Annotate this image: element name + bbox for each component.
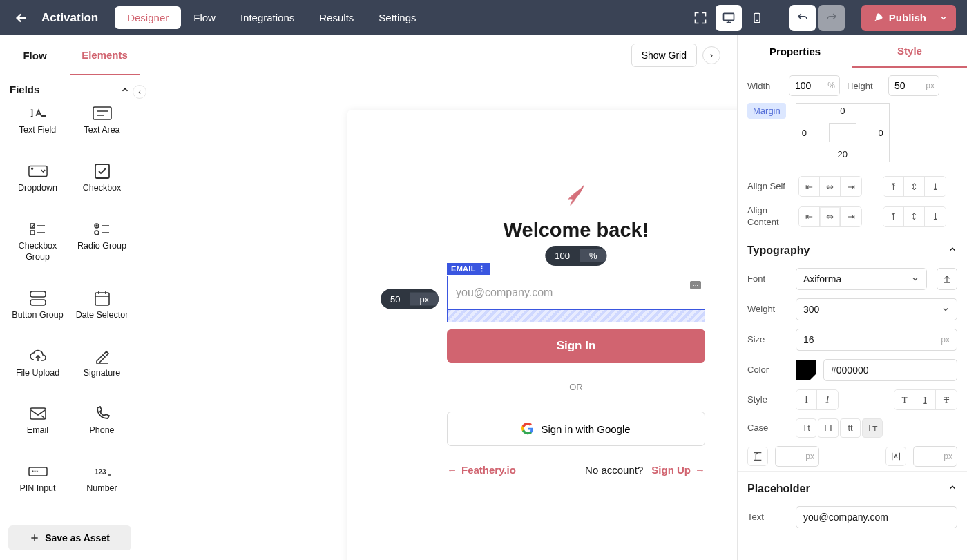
logo-icon [566, 179, 586, 206]
publish-button[interactable]: Publish [861, 5, 956, 31]
left-tab-flow[interactable]: Flow [0, 35, 70, 75]
collapse-left-icon[interactable]: ‹ [133, 85, 146, 99]
width-input[interactable]: % [789, 75, 840, 96]
rocket-icon [872, 12, 883, 23]
field-signature[interactable]: Signature [70, 349, 134, 395]
align-content-label: Align Content [747, 205, 792, 229]
google-signin-button[interactable]: Sign in with Google [447, 412, 705, 446]
font-style-group[interactable]: II [796, 389, 839, 410]
left-tab-elements[interactable]: Elements [70, 35, 140, 75]
width-label: Width [747, 81, 782, 91]
email-input[interactable]: you@company.com ⋯ [447, 276, 705, 310]
selected-element-badge: EMAIL ⋮ [447, 263, 490, 275]
text-case-group[interactable]: TtTTttTᴛ [796, 418, 883, 438]
height-input[interactable]: px [888, 75, 939, 96]
width-pill: 100% [545, 246, 606, 266]
field-radio-group[interactable]: Radio Group [70, 222, 134, 279]
svg-point-11 [96, 225, 97, 226]
chevron-up-icon[interactable] [948, 244, 957, 257]
field-file-upload[interactable]: File Upload [6, 349, 70, 395]
placeholder-title: Placeholder [747, 483, 810, 495]
page-title: Activation [41, 11, 98, 25]
margin-label[interactable]: Margin [747, 103, 786, 119]
align-self-vertical[interactable]: ⤒⇕⤓ [883, 176, 946, 197]
drag-handle-icon[interactable]: ⋯ [690, 281, 701, 289]
device-desktop[interactable] [716, 5, 742, 31]
svg-rect-15 [95, 293, 109, 305]
right-tab-properties[interactable]: Properties [738, 35, 852, 68]
undo-button[interactable] [789, 5, 816, 31]
field-button-group[interactable]: Button Group [6, 291, 70, 337]
font-select[interactable]: Axiforma [796, 268, 927, 290]
form-title: Welcome back! [504, 219, 649, 242]
placeholder-text-input[interactable]: you@company.com [796, 506, 957, 528]
upload-font-button[interactable] [937, 268, 957, 290]
svg-text:***: *** [32, 469, 38, 475]
tab-settings[interactable]: Settings [366, 6, 428, 29]
show-grid-button[interactable]: Show Grid [631, 44, 697, 67]
svg-point-12 [95, 231, 99, 235]
height-pill: 50px [381, 289, 439, 309]
canvas-frame[interactable]: Welcome back! 100% Email 50px EMAIL ⋮ yo… [347, 110, 737, 560]
line-height-input[interactable]: px [775, 446, 819, 467]
device-mobile[interactable] [744, 5, 770, 31]
canvas-next-icon[interactable]: › [702, 46, 720, 64]
sign-up-link[interactable]: Sign Up → [651, 464, 705, 476]
svg-text:123: 123 [95, 468, 106, 476]
svg-rect-9 [30, 231, 35, 235]
typography-title: Typography [747, 244, 810, 257]
or-divider: OR [447, 382, 705, 392]
align-content-vertical[interactable]: ⤒⇕⤓ [883, 206, 946, 227]
letter-spacing-icon[interactable] [885, 447, 906, 466]
align-self-horizontal[interactable]: ⇤⇔⇥ [798, 176, 862, 197]
google-icon [521, 423, 534, 435]
svg-rect-3 [41, 115, 46, 117]
tab-integrations[interactable]: Integrations [228, 6, 307, 29]
no-account-text: No account? [585, 464, 643, 476]
chevron-up-icon[interactable] [120, 85, 130, 95]
color-input[interactable]: #000000 [823, 359, 957, 381]
letter-spacing-input[interactable]: px [913, 446, 957, 467]
svg-rect-14 [30, 300, 46, 305]
line-height-icon[interactable] [747, 447, 768, 466]
svg-rect-13 [30, 291, 46, 297]
field-pin-input[interactable]: ***PIN Input [6, 465, 70, 510]
field-email[interactable]: Email [6, 407, 70, 452]
svg-point-6 [31, 168, 32, 169]
svg-point-2 [756, 20, 757, 21]
field-number[interactable]: 123Number [70, 465, 134, 510]
weight-select[interactable]: 300 [796, 298, 957, 320]
color-swatch[interactable] [796, 360, 816, 380]
svg-rect-4 [93, 107, 111, 119]
field-phone[interactable]: Phone [70, 407, 134, 452]
tab-flow[interactable]: Flow [181, 6, 228, 29]
svg-rect-0 [723, 13, 734, 20]
field-checkbox[interactable]: Checkbox [70, 164, 134, 210]
redo-button[interactable] [818, 5, 845, 31]
chevron-up-icon[interactable] [948, 483, 957, 495]
right-tab-style[interactable]: Style [852, 35, 967, 68]
field-text-field[interactable]: Text Field [6, 106, 70, 152]
device-fullscreen[interactable] [687, 5, 714, 31]
tab-results[interactable]: Results [307, 6, 366, 29]
save-as-asset-button[interactable]: Save as Asset [8, 525, 131, 550]
align-self-label: Align Self [747, 181, 792, 193]
text-decoration-group[interactable]: TIT [894, 389, 957, 410]
field-text-area[interactable]: Text Area [70, 106, 134, 152]
back-button[interactable] [11, 8, 32, 28]
field-date-selector[interactable]: Date Selector [70, 291, 134, 337]
align-content-horizontal[interactable]: ⇤⇔⇥ [798, 206, 862, 227]
plus-icon [30, 533, 39, 543]
height-label: Height [847, 81, 881, 91]
fields-section-title: Fields [10, 84, 39, 95]
field-dropdown[interactable]: Dropdown [6, 164, 70, 210]
margin-box-model[interactable]: 0 20 0 0 [796, 103, 890, 162]
tab-designer[interactable]: Designer [115, 6, 181, 29]
size-input[interactable]: 16px [796, 329, 957, 351]
sign-in-button[interactable]: Sign In [447, 329, 705, 363]
feathery-link[interactable]: ← Feathery.io [447, 464, 516, 476]
field-checkbox-group[interactable]: Checkbox Group [6, 222, 70, 279]
chevron-down-icon [932, 5, 948, 31]
margin-indicator [447, 310, 705, 322]
